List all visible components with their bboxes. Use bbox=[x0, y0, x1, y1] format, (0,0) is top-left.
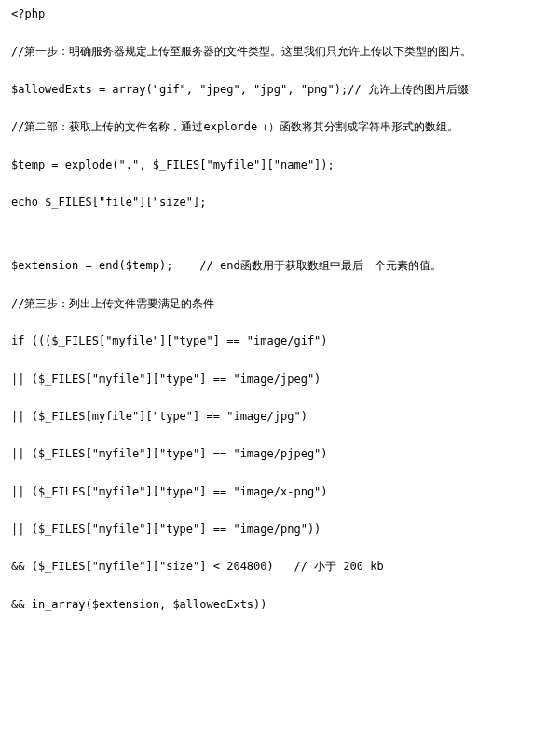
code-line-11: || ($_FILES[myfile"]["type"] == "image/j… bbox=[11, 410, 549, 423]
code-line-4: //第二部：获取上传的文件名称，通过explorde（）函数将其分割成字符串形式… bbox=[11, 120, 549, 133]
code-line-14: || ($_FILES["myfile"]["type"] == "image/… bbox=[11, 523, 549, 536]
code-line-9: if ((($_FILES["myfile"]["type"] == "imag… bbox=[11, 334, 549, 347]
code-line-6: echo $_FILES["file"]["size"]; bbox=[11, 196, 549, 209]
code-line-16: && in_array($extension, $allowedExts)) bbox=[11, 598, 549, 611]
code-line-13: || ($_FILES["myfile"]["type"] == "image/… bbox=[11, 485, 549, 498]
code-line-15: && ($_FILES["myfile"]["size"] < 204800) … bbox=[11, 560, 549, 573]
code-line-1: <?php bbox=[11, 7, 549, 20]
code-line-7: $extension = end($temp); // end函数用于获取数组中… bbox=[11, 259, 549, 272]
code-line-12: || ($_FILES["myfile"]["type"] == "image/… bbox=[11, 447, 549, 460]
code-line-5: $temp = explode(".", $_FILES["myfile"]["… bbox=[11, 158, 549, 171]
code-line-2: //第一步：明确服务器规定上传至服务器的文件类型。这里我们只允许上传以下类型的图… bbox=[11, 45, 549, 58]
code-line-8: //第三步：列出上传文件需要满足的条件 bbox=[11, 297, 549, 310]
code-line-10: || ($_FILES["myfile"]["type"] == "image/… bbox=[11, 373, 549, 386]
code-line-3: $allowedExts = array("gif", "jpeg", "jpg… bbox=[11, 83, 549, 96]
